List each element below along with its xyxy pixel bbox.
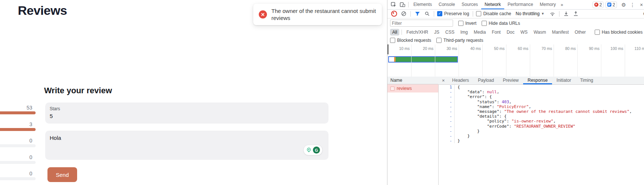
filter-chip-all[interactable]: All — [390, 29, 399, 36]
token: : — [492, 104, 497, 109]
line-gutter: - — [438, 138, 455, 143]
grammarly-widget[interactable]: G — [303, 145, 323, 155]
grammarly-g-icon[interactable]: G — [313, 147, 320, 154]
inspect-element-icon[interactable] — [389, 0, 398, 9]
waterfall-waiting-segment — [389, 57, 394, 62]
rating-bar — [0, 128, 36, 131]
rating-bar — [0, 161, 36, 164]
clear-network-log-icon[interactable] — [399, 9, 408, 18]
invert-toggle[interactable]: Invert — [458, 21, 476, 26]
filter-chip-doc[interactable]: Doc — [504, 29, 516, 36]
record-network-log-icon[interactable] — [390, 9, 399, 18]
line-gutter: - — [438, 90, 455, 94]
more-tabs-icon[interactable]: » — [559, 2, 565, 7]
close-detail-icon[interactable]: × — [440, 78, 448, 83]
send-button[interactable]: Send — [47, 167, 77, 182]
line-content: } — [455, 138, 460, 143]
request-waterfall-bar[interactable] — [388, 56, 458, 63]
timeline-tick-label: 70 ms — [530, 46, 552, 51]
filter-chip-css[interactable]: CSS — [443, 29, 457, 36]
close-devtools-icon[interactable]: × — [637, 0, 644, 9]
token: "data" — [468, 90, 482, 94]
token — [458, 114, 477, 119]
line-gutter: - — [438, 134, 455, 138]
tab-elements[interactable]: Elements — [410, 0, 435, 9]
rating-bar — [0, 177, 36, 180]
token — [458, 104, 477, 109]
tab-network[interactable]: Network — [481, 0, 504, 9]
message-count-badge[interactable]: 2 — [605, 1, 617, 8]
disable-cache-checkbox[interactable] — [476, 11, 481, 16]
import-har-icon[interactable] — [562, 9, 571, 18]
error-count: 2 — [600, 2, 602, 7]
network-conditions-icon[interactable] — [548, 9, 557, 18]
request-row[interactable]: reviews — [387, 84, 438, 92]
filter-chip-font[interactable]: Font — [489, 29, 503, 36]
filter-funnel-icon[interactable] — [413, 9, 422, 18]
error-circle-icon: ✕ — [259, 10, 267, 18]
code-line: - } — [438, 134, 644, 138]
has-blocked-cookies-checkbox[interactable] — [595, 30, 600, 35]
device-toolbar-icon[interactable] — [398, 0, 407, 9]
detail-tab-headers[interactable]: Headers — [448, 77, 473, 84]
line-content: "errCode": "RESTAURANT_OWNER_REVIEW" — [455, 124, 575, 129]
stars-field[interactable]: Stars 5 — [45, 102, 328, 124]
filter-chip-manifest[interactable]: Manifest — [550, 29, 571, 36]
lightbulb-icon[interactable] — [306, 147, 312, 153]
token: : — [497, 100, 502, 104]
detail-tab-preview[interactable]: Preview — [498, 77, 523, 84]
code-line: - "policy": "is-owner-review", — [438, 119, 644, 124]
token: : { — [485, 94, 492, 99]
tab-sources[interactable]: Sources — [458, 0, 481, 9]
has-blocked-cookies-toggle[interactable]: Has blocked cookies — [595, 30, 643, 35]
divider — [410, 11, 411, 17]
filter-chip-ws[interactable]: WS — [518, 29, 530, 36]
token: "RESTAURANT_OWNER_REVIEW" — [514, 124, 575, 129]
throttling-select[interactable]: No throttling ▼ — [516, 11, 545, 16]
request-name: reviews — [397, 86, 412, 91]
code-line: - "name": "PolicyError", — [438, 104, 644, 109]
blocked-requests-toggle[interactable]: Blocked requests — [390, 38, 431, 43]
preserve-log-toggle[interactable]: ✓ Preserve log — [437, 11, 469, 16]
message-badge-icon — [607, 3, 611, 7]
error-count-badge[interactable]: ✕ 2 — [592, 1, 604, 8]
third-party-requests-checkbox[interactable] — [436, 38, 442, 43]
filter-chip-media[interactable]: Media — [472, 29, 488, 36]
filter-input[interactable] — [390, 20, 453, 27]
settings-gear-icon[interactable]: ⚙ — [619, 0, 628, 9]
token: , — [529, 104, 531, 109]
hide-data-urls-toggle[interactable]: Hide data URLs — [482, 21, 520, 26]
search-icon[interactable] — [423, 9, 432, 18]
invert-checkbox[interactable] — [458, 21, 463, 26]
preserve-log-checkbox[interactable]: ✓ — [437, 11, 442, 16]
filter-chip-wasm[interactable]: Wasm — [531, 29, 548, 36]
line-gutter: - — [438, 129, 455, 134]
network-overview-timeline[interactable]: 10 ms20 ms30 ms40 ms50 ms60 ms70 ms80 ms… — [387, 44, 644, 77]
rating-count: 3 — [29, 121, 32, 127]
tab-memory[interactable]: Memory — [536, 0, 559, 9]
third-party-requests-toggle[interactable]: Third-party requests — [436, 38, 483, 43]
detail-tab-payload[interactable]: Payload — [473, 77, 498, 84]
filter-row: Invert Hide data URLs — [387, 18, 644, 28]
blocked-requests-checkbox[interactable] — [390, 38, 395, 43]
disable-cache-toggle[interactable]: Disable cache — [476, 11, 511, 16]
detail-tab-timing[interactable]: Timing — [575, 77, 598, 84]
filter-chip-other[interactable]: Other — [572, 29, 588, 36]
hide-data-urls-checkbox[interactable] — [482, 21, 487, 26]
name-column-header[interactable]: Name — [387, 77, 438, 84]
filter-chip-js[interactable]: JS — [432, 29, 442, 36]
tab-performance[interactable]: Performance — [504, 0, 536, 9]
filter-chip-fetchxhr[interactable]: Fetch/XHR — [404, 29, 430, 36]
page-title: Reviews — [18, 3, 67, 18]
main-tabs: ElementsConsoleSourcesNetworkPerformance… — [410, 0, 559, 9]
export-har-icon[interactable] — [571, 9, 580, 18]
detail-tab-initiator[interactable]: Initiator — [552, 77, 575, 84]
detail-tab-response[interactable]: Response — [523, 77, 552, 84]
network-settings-gear-icon[interactable]: ⚙ — [641, 9, 644, 18]
token: : — [509, 124, 514, 129]
kebab-menu-icon[interactable]: ⋮ — [628, 0, 637, 9]
tab-console[interactable]: Console — [435, 0, 458, 9]
filter-chip-img[interactable]: Img — [458, 29, 470, 36]
review-textarea[interactable]: Hola G — [45, 131, 328, 160]
waterfall-download-segment — [396, 57, 457, 62]
